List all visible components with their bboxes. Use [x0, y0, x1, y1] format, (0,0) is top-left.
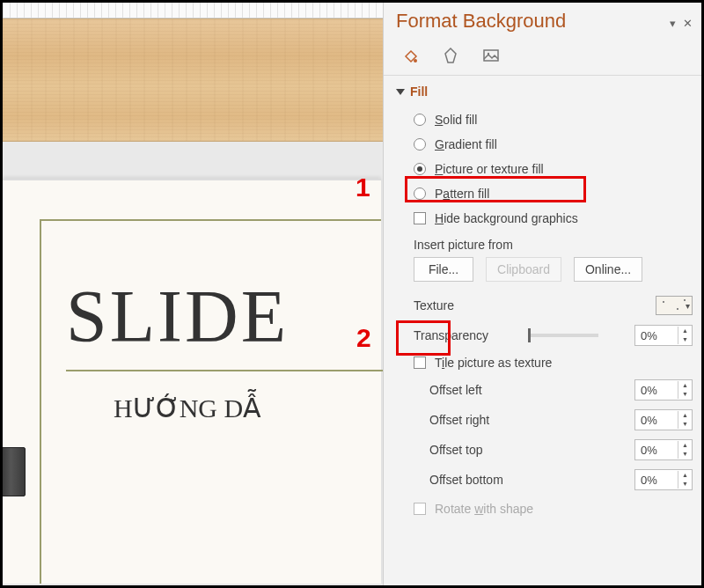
caret-down-icon: [396, 89, 405, 95]
option-rotate-with-shape: Rotate with shape: [414, 495, 693, 521]
spin-down-icon[interactable]: ▼: [678, 420, 692, 429]
offset-top-label: p: [476, 443, 483, 457]
option-picture-texture-fill[interactable]: Picture or texture fill: [414, 157, 693, 181]
transparency-input[interactable]: [635, 327, 678, 344]
book-spine-decoration: [3, 447, 26, 496]
offset-bottom-spin[interactable]: ▲▼: [634, 469, 693, 490]
svg-point-3: [488, 53, 489, 55]
slide-wood-band: [3, 18, 383, 142]
opt-tile-label: le picture as texture: [444, 356, 552, 370]
checkbox-icon: [414, 356, 426, 369]
transparency-slider[interactable]: [528, 334, 598, 337]
title-divider: [66, 370, 383, 371]
checkbox-icon: [414, 212, 426, 224]
pane-title: Format Background: [396, 10, 566, 33]
radio-icon: [414, 138, 426, 151]
spin-up-icon[interactable]: ▲: [678, 471, 692, 480]
offset-left-spin[interactable]: ▲▼: [634, 379, 693, 401]
opt-picture-label: icture or texture fill: [443, 162, 543, 176]
offset-right-label: ight: [470, 413, 490, 427]
option-tile-picture[interactable]: Tile picture as texture: [414, 350, 693, 375]
offset-bottom-input[interactable]: [635, 472, 678, 489]
spin-up-icon[interactable]: ▲: [678, 381, 692, 390]
transparency-label: ransparency: [421, 328, 488, 342]
slide-title: SLIDE: [66, 274, 381, 359]
offset-right-input[interactable]: [635, 412, 678, 429]
texture-picker[interactable]: [656, 296, 693, 315]
option-gradient-fill[interactable]: Gradient fill: [414, 132, 693, 157]
offset-top-input[interactable]: [635, 442, 678, 459]
tab-effects-icon[interactable]: [438, 43, 463, 68]
opt-hidebg-label: ide background graphics: [444, 211, 578, 225]
pane-close-icon[interactable]: ✕: [683, 17, 693, 30]
tab-fill-icon[interactable]: [398, 43, 422, 68]
insert-picture-from-label: Insert picture from: [414, 231, 693, 257]
callout-number-1: 1: [356, 173, 370, 202]
online-button[interactable]: Online...: [574, 257, 642, 282]
radio-checked-icon: [414, 163, 426, 175]
ruler: [3, 3, 383, 18]
spin-down-icon[interactable]: ▼: [678, 335, 692, 344]
option-solid-fill[interactable]: Solid fill: [414, 107, 693, 132]
opt-pattern-label: ttern fill: [450, 187, 489, 201]
offset-left-input[interactable]: [635, 382, 678, 399]
spin-down-icon[interactable]: ▼: [678, 390, 692, 399]
opt-gradient-label: radient fill: [444, 137, 497, 151]
slide-canvas: SLIDE HƯỚNG DẪ 1 2: [3, 3, 383, 585]
option-hide-bg-graphics[interactable]: Hide background graphics: [414, 206, 693, 231]
offset-top-spin[interactable]: ▲▼: [634, 439, 693, 460]
option-pattern-fill[interactable]: Pattern fill: [414, 181, 693, 206]
spin-down-icon[interactable]: ▼: [678, 450, 692, 459]
callout-number-2: 2: [356, 323, 371, 353]
checkbox-disabled-icon: [414, 503, 426, 515]
offset-left-label: eft: [468, 383, 482, 397]
svg-point-0: [414, 59, 417, 62]
slide-paper: SLIDE HƯỚNG DẪ: [3, 179, 381, 584]
opt-solid-label: olid fill: [443, 113, 477, 127]
offset-right-spin[interactable]: ▲▼: [634, 409, 693, 430]
radio-icon: [414, 114, 426, 126]
spin-up-icon[interactable]: ▲: [678, 327, 692, 335]
section-fill-toggle[interactable]: Fill: [396, 85, 693, 99]
spin-up-icon[interactable]: ▲: [678, 411, 692, 420]
spin-up-icon[interactable]: ▲: [678, 441, 692, 450]
pane-menu-dropdown[interactable]: ▾: [670, 17, 676, 30]
svg-marker-1: [445, 48, 456, 62]
slide-content-frame: SLIDE HƯỚNG DẪ: [40, 219, 381, 584]
file-button[interactable]: File...: [414, 257, 473, 282]
format-background-pane: Format Background ▾ ✕ Fill: [383, 3, 701, 585]
transparency-spin[interactable]: ▲▼: [634, 325, 693, 346]
svg-rect-2: [484, 50, 498, 61]
clipboard-button: Clipboard: [486, 257, 561, 282]
radio-icon: [414, 187, 426, 200]
tab-picture-icon[interactable]: [479, 43, 503, 68]
spin-down-icon[interactable]: ▼: [678, 480, 692, 489]
slide-subtitle: HƯỚNG DẪ: [66, 393, 381, 423]
section-fill-label: Fill: [410, 85, 428, 99]
opt-rotate-label: ith shape: [483, 502, 533, 516]
pane-tabs: [396, 40, 693, 75]
